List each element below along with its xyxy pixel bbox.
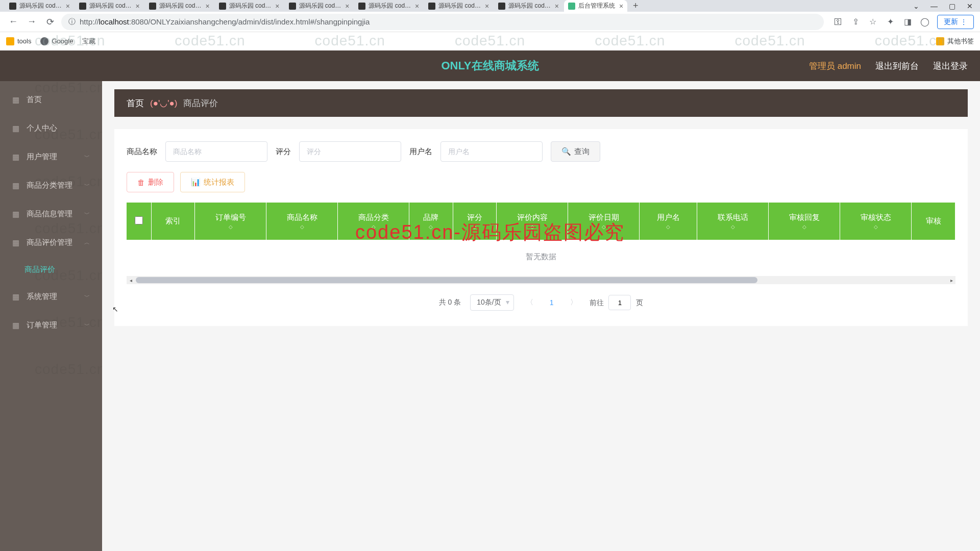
filter-rating-input[interactable] (299, 141, 401, 162)
back-button[interactable]: ← (6, 15, 20, 29)
bookmark-tools[interactable]: tools (6, 37, 31, 45)
page-jump-input[interactable] (608, 295, 631, 310)
chevron-down-icon[interactable]: ⌄ (913, 2, 919, 10)
chevron-down-icon: ﹀ (84, 293, 90, 300)
browser-tab[interactable]: 源码乐园 cod…× (424, 0, 493, 12)
extensions-icon[interactable]: ✦ (885, 17, 895, 27)
sidebar-label: 订单管理 (27, 320, 57, 330)
sidebar-label: 商品信息管理 (27, 209, 72, 219)
current-page[interactable]: 1 (546, 298, 558, 307)
browser-tab[interactable]: 源码乐园 cod…× (354, 0, 423, 12)
sidebar-item-profile[interactable]: ▦个人中心 (0, 114, 102, 142)
col-category[interactable]: 商品分类◇ (338, 203, 409, 240)
col-phone[interactable]: 联系电话◇ (697, 203, 769, 240)
browser-tab[interactable]: 源码乐园 cod…× (75, 0, 144, 12)
browser-tab[interactable]: 源码乐园 cod…× (285, 0, 354, 12)
tab-close-icon[interactable]: × (485, 2, 489, 10)
sort-icon[interactable]: ◇ (501, 224, 564, 230)
sort-icon[interactable]: ◇ (271, 224, 333, 230)
report-button[interactable]: 📊统计报表 (180, 172, 245, 192)
col-index[interactable]: 索引 (151, 203, 195, 240)
browser-tab[interactable]: 源码乐园 cod…× (5, 0, 74, 12)
col-date[interactable]: 评价日期◇ (568, 203, 640, 240)
sort-icon[interactable]: ◇ (413, 224, 449, 230)
filter-user-input[interactable] (440, 141, 543, 162)
select-all-checkbox[interactable] (135, 216, 143, 224)
col-status[interactable]: 审核状态◇ (840, 203, 912, 240)
sort-icon[interactable]: ◇ (644, 224, 693, 230)
tab-close-icon[interactable]: × (136, 2, 140, 10)
key-icon[interactable]: ⚿ (833, 17, 843, 27)
sort-icon[interactable]: ◇ (572, 224, 635, 230)
tab-close-icon[interactable]: × (205, 2, 209, 10)
col-rating[interactable]: 评分◇ (453, 203, 497, 240)
link-to-front[interactable]: 退出到前台 (875, 60, 919, 72)
close-window-icon[interactable]: ✕ (967, 2, 973, 10)
address-bar[interactable]: ⓘ http://localhost:8080/ONLYzaixianshang… (61, 14, 824, 30)
sort-icon[interactable]: ◇ (773, 224, 836, 230)
bookmark-baozang[interactable]: 宝藏 (82, 37, 95, 46)
sort-icon[interactable]: ◇ (457, 224, 493, 230)
col-username[interactable]: 用户名◇ (640, 203, 697, 240)
maximize-icon[interactable]: ▢ (949, 2, 955, 10)
sidebar-sub-reviews[interactable]: 商品评价 (0, 257, 102, 282)
page-size-select[interactable]: 10条/页 (470, 294, 513, 311)
tab-close-icon[interactable]: × (275, 2, 279, 10)
minimize-icon[interactable]: — (930, 2, 938, 10)
prev-page-button[interactable]: 〈 (523, 298, 536, 307)
share-icon[interactable]: ⇪ (850, 17, 861, 27)
browser-tab[interactable]: 源码乐园 cod…× (215, 0, 284, 12)
scrollbar-thumb[interactable] (136, 277, 757, 283)
sidebar-item-category[interactable]: ▦商品分类管理﹀ (0, 171, 102, 199)
search-label: 查询 (574, 147, 590, 157)
other-bookmarks[interactable]: 其他书签 (936, 37, 974, 46)
next-page-button[interactable]: 〉 (567, 298, 580, 307)
sort-icon[interactable]: ◇ (844, 224, 907, 230)
forward-button[interactable]: → (24, 15, 39, 29)
browser-tab-active[interactable]: 后台管理系统× (564, 0, 627, 12)
sidebar-item-review-mgmt[interactable]: ▦商品评价管理︿ (0, 228, 102, 257)
sidebar-item-system[interactable]: ▦系统管理﹀ (0, 282, 102, 311)
scroll-right-icon[interactable]: ▸ (947, 276, 955, 284)
col-reply[interactable]: 审核回复◇ (769, 203, 840, 240)
col-content[interactable]: 评价内容◇ (497, 203, 568, 240)
sort-icon[interactable]: ◇ (199, 224, 262, 230)
breadcrumb-home[interactable]: 首页 (127, 97, 144, 109)
grid-icon: ▦ (12, 292, 20, 300)
browser-tab[interactable]: 源码乐园 cod…× (494, 0, 563, 12)
col-product-name[interactable]: 商品名称◇ (266, 203, 338, 240)
reload-button[interactable]: ⟳ (43, 15, 57, 29)
tab-close-icon[interactable]: × (66, 2, 70, 10)
sidepanel-icon[interactable]: ◨ (902, 17, 913, 27)
filter-product-input[interactable] (165, 141, 267, 162)
tab-close-icon[interactable]: × (345, 2, 349, 10)
search-button[interactable]: 🔍查询 (551, 141, 600, 162)
horizontal-scrollbar[interactable]: ◂ ▸ (127, 276, 955, 284)
tab-title: 源码乐园 cod… (438, 2, 481, 10)
tab-close-icon[interactable]: × (415, 2, 419, 10)
empty-text: 暂无数据 (127, 240, 955, 274)
col-audit[interactable]: 审核 (912, 203, 955, 240)
current-user[interactable]: 管理员 admin (809, 60, 861, 72)
sidebar-item-users[interactable]: ▦用户管理﹀ (0, 142, 102, 171)
tab-close-icon[interactable]: × (555, 2, 559, 10)
profile-icon[interactable]: ◯ (920, 17, 930, 27)
update-button[interactable]: 更新⋮ (937, 15, 974, 29)
sidebar-item-orders[interactable]: ▦订单管理﹀ (0, 311, 102, 339)
star-icon[interactable]: ☆ (868, 17, 878, 27)
logout-link[interactable]: 退出登录 (933, 60, 968, 72)
new-tab-button[interactable]: + (628, 1, 643, 11)
col-brand[interactable]: 品牌◇ (409, 203, 453, 240)
site-info-icon[interactable]: ⓘ (68, 17, 76, 27)
sidebar-item-product-info[interactable]: ▦商品信息管理﹀ (0, 199, 102, 228)
bookmark-google[interactable]: Google (40, 37, 73, 45)
sidebar-item-home[interactable]: ▦首页 (0, 85, 102, 114)
col-order-no[interactable]: 订单编号◇ (195, 203, 266, 240)
browser-tab[interactable]: 源码乐园 cod…× (145, 0, 214, 12)
table-empty-row: 暂无数据 (127, 240, 955, 274)
sort-icon[interactable]: ◇ (342, 224, 405, 230)
sort-icon[interactable]: ◇ (701, 224, 764, 230)
tab-close-icon[interactable]: × (619, 2, 623, 10)
delete-button[interactable]: 🗑删除 (127, 172, 174, 192)
scroll-left-icon[interactable]: ◂ (127, 276, 135, 284)
